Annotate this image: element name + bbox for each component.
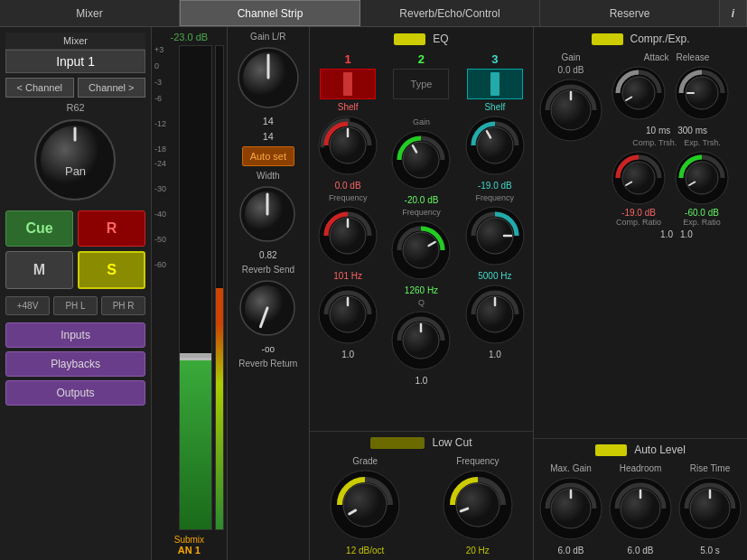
nav-reserve[interactable]: Reserve xyxy=(540,0,720,26)
band2-freq-knob[interactable] xyxy=(390,219,452,283)
fader-track[interactable] xyxy=(179,45,212,530)
band3-freq-value: 5000 Hz xyxy=(478,271,511,281)
reverb-return-label: Reverb Return xyxy=(238,359,297,369)
grade-label: Grade xyxy=(352,456,378,466)
scale-n6: -6 xyxy=(154,94,176,103)
mixer-panel: Mixer Input 1 < Channel Channel > R62 xyxy=(0,27,152,560)
headroom-svg xyxy=(608,476,673,541)
grade-knob[interactable] xyxy=(329,469,401,543)
app: Mixer Channel Strip Reverb/Echo/Control … xyxy=(0,0,747,560)
comp-ratio-svg xyxy=(611,150,667,206)
scale-p3: +3 xyxy=(154,45,176,54)
scale-n12: -12 xyxy=(154,119,176,128)
auto-set-button[interactable]: Auto set xyxy=(242,146,294,166)
band2-q-knob[interactable] xyxy=(390,310,452,373)
channel-knobs-panel: Gain L/R 14 14 Auto set xyxy=(228,27,310,560)
band1-type-indicator xyxy=(343,72,352,96)
band1-freq-svg xyxy=(317,205,378,266)
compr-gain-col: Gain 0.0 dB xyxy=(538,52,603,239)
next-channel-button[interactable]: Channel > xyxy=(78,78,146,98)
max-gain-knob[interactable] xyxy=(538,476,603,543)
band1-freq-knob[interactable] xyxy=(317,205,378,268)
band3-type-box[interactable] xyxy=(467,69,523,99)
band2-gain-knob[interactable] xyxy=(390,129,452,192)
input-label: Input 1 xyxy=(5,50,145,73)
band2-freq-label: Frequency xyxy=(402,208,441,217)
inputs-button[interactable]: Inputs xyxy=(5,322,145,348)
low-cut-title: Low Cut xyxy=(432,436,472,449)
attack-release-values: 10 ms 300 ms xyxy=(611,126,742,135)
svg-point-37 xyxy=(343,483,387,527)
band3-gain-knob[interactable] xyxy=(464,115,526,178)
svg-point-52 xyxy=(622,162,655,194)
band1-num: 1 xyxy=(345,52,351,66)
m-button[interactable]: M xyxy=(5,251,73,289)
exp-ratio-knob[interactable] xyxy=(674,150,730,208)
max-gain-svg xyxy=(538,476,603,541)
outputs-button[interactable]: Outputs xyxy=(5,380,145,406)
attack-value: 10 ms xyxy=(646,126,670,135)
band1-gain-svg xyxy=(317,115,378,176)
gain-lbl: Gain xyxy=(561,52,580,62)
compr-gain-knob[interactable] xyxy=(538,78,603,145)
eq-lowcut-area: EQ 1 Shelf xyxy=(310,27,534,560)
comp-ratio-col: -19.0 dB Comp. Ratio xyxy=(611,150,667,227)
nav-channel-strip[interactable]: Channel Strip xyxy=(180,0,360,26)
grade-svg xyxy=(329,469,401,541)
ph-r-button[interactable]: PH R xyxy=(101,296,145,315)
band2-gain-label: Gain xyxy=(413,117,430,126)
phantom-button[interactable]: +48V xyxy=(5,296,50,315)
auto-level-title: Auto Level xyxy=(634,443,686,456)
headroom-label: Headroom xyxy=(620,463,662,473)
exp-ratio-num: 1.0 xyxy=(680,229,693,239)
band3-freq-knob[interactable] xyxy=(464,205,526,268)
playbacks-button[interactable]: Playbacks xyxy=(5,351,145,377)
compr-led[interactable] xyxy=(592,33,623,45)
lowcut-freq-knob[interactable] xyxy=(442,469,514,543)
band3-q-knob[interactable] xyxy=(464,284,526,347)
cue-button[interactable]: Cue xyxy=(5,210,73,247)
reverb-send-knob[interactable] xyxy=(238,279,297,340)
band1-gain-knob[interactable] xyxy=(317,115,378,178)
comp-ratio-num: 1.0 xyxy=(660,229,673,239)
release-knob[interactable] xyxy=(674,65,730,123)
comp-ratio-knob[interactable] xyxy=(611,150,667,208)
band3-gain-value: -19.0 dB xyxy=(478,181,512,191)
top-nav: Mixer Channel Strip Reverb/Echo/Control … xyxy=(0,0,747,27)
attack-knob[interactable] xyxy=(611,65,667,123)
pan-knob[interactable]: Pan xyxy=(33,117,118,203)
gain-val2: 14 xyxy=(263,131,274,142)
band2-freq-svg xyxy=(390,219,452,281)
r-button[interactable]: R xyxy=(78,210,145,247)
comp-trsh-label: Comp. Trsh. xyxy=(632,138,677,147)
prev-channel-button[interactable]: < Channel xyxy=(5,78,74,98)
eq-bands: 1 Shelf xyxy=(313,52,529,386)
comp-ratio-label: Comp. Ratio xyxy=(616,218,661,227)
auto-level-led[interactable] xyxy=(595,444,627,456)
band1-q-knob[interactable] xyxy=(317,284,378,347)
fader-meter xyxy=(215,45,224,530)
band2-gain-svg xyxy=(390,129,452,191)
gain-lr-knob[interactable] xyxy=(237,46,300,111)
svg-point-46 xyxy=(622,77,655,109)
lowcut-freq-label: Frequency xyxy=(456,456,499,466)
auto-level-knobs: Max. Gain xyxy=(538,463,742,555)
nav-reverb[interactable]: Reverb/Echo/Control xyxy=(360,0,540,26)
attack-release-labels: Attack Release xyxy=(611,52,742,62)
s-button[interactable]: S xyxy=(78,251,145,289)
ph-l-button[interactable]: PH L xyxy=(53,296,98,315)
band2-num: 2 xyxy=(418,52,425,66)
nav-mixer[interactable]: Mixer xyxy=(0,0,180,26)
band3-num: 3 xyxy=(491,52,498,66)
eq-led[interactable] xyxy=(394,33,425,45)
attack-svg xyxy=(611,65,667,121)
eq-band-1: 1 Shelf xyxy=(313,52,382,386)
svg-point-55 xyxy=(686,162,718,194)
low-cut-led[interactable] xyxy=(370,437,425,449)
band1-type-box[interactable] xyxy=(320,69,376,99)
nav-info[interactable]: i xyxy=(720,0,747,26)
headroom-knob[interactable] xyxy=(608,476,673,543)
rise-time-knob[interactable] xyxy=(677,476,742,543)
fader-panel: -23.0 dB +3 0 -3 -6 -12 -18 -24 -30 -40 … xyxy=(152,27,228,560)
width-knob[interactable] xyxy=(238,185,297,246)
